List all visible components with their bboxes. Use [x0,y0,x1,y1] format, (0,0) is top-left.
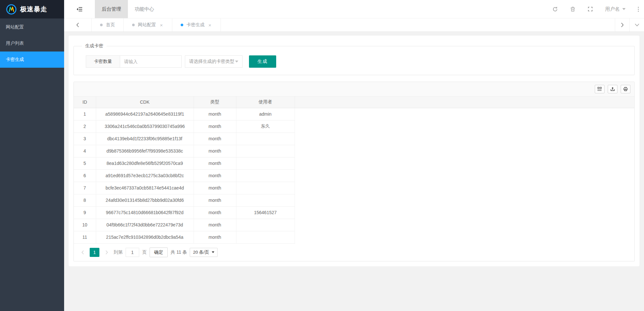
tabs-scroll-right-button[interactable] [615,18,629,31]
columns-filter-icon[interactable] [595,85,604,93]
pagination: 1 到第 页 确定 共 11 条 20 条/页 [74,244,634,261]
tab-status-dot [100,24,103,26]
table-row[interactable]: 2 3306a241c546c0a0b53799030745a996 month… [74,120,634,132]
cdk-type-select[interactable]: 请选择生成的卡密类型 [185,55,243,68]
table-row[interactable]: 4 d9b875366b9956fef7f99398e535338c month [74,145,634,157]
cell-user: 156461527 [236,206,295,219]
generate-button[interactable]: 生成 [249,55,276,68]
cell-cdk: 24afd30e013145b8d27bbb9d02a30fd6 [96,194,194,206]
page-unit-label: 页 [142,249,147,255]
tab-cdk-generate[interactable]: 卡密生成 × [172,18,221,31]
app-title: 极速暴走 [20,5,47,14]
cell-cdk: 96677c75c14810d66681b0642f87f92d [96,206,194,219]
username-label: 用户名 [605,6,620,12]
topbar-actions: 用户名 [552,0,644,18]
cell-id: 2 [74,120,96,132]
cell-filler [295,219,634,231]
table-row[interactable]: 11 215ac7e2ffc910342896d0b2dbc9a54a mont… [74,231,634,243]
tab-home[interactable]: 首页 [92,18,124,31]
cell-id: 1 [74,108,96,120]
cell-filler [295,194,634,206]
top-bar: 后台管理 功能中心 [64,0,644,18]
refresh-icon[interactable] [552,6,558,12]
cell-cdk: 8ea1d63c280dfe8e56fb529f20570ca9 [96,157,194,169]
tab-label: 网站配置 [138,22,156,28]
sidebar-item-label: 网站配置 [6,24,24,30]
cell-id: 11 [74,231,96,243]
table-row[interactable]: 10 04f9b66c1f72f43d0bb6e7222479e73d mont… [74,219,634,231]
cdk-table-view: ID CDK 类型 使用者 1 a58986944c642197a2640645… [73,82,635,261]
fullscreen-icon[interactable] [588,6,593,12]
trash-icon[interactable] [570,6,575,12]
sidebar-item-label: 用户列表 [6,40,24,46]
table-row[interactable]: 5 8ea1d63c280dfe8e56fb529f20570ca9 month [74,157,634,169]
cell-type: month [194,145,236,157]
cell-filler [295,120,634,132]
export-icon[interactable] [608,85,617,93]
prev-page-button[interactable] [78,248,87,257]
cell-type: month [194,120,236,132]
sidebar-item-cdk-generate[interactable]: 卡密生成 [0,52,64,68]
goto-page-input[interactable] [126,248,139,257]
tabs-menu-dropdown-button[interactable] [629,18,644,31]
logo: 极速暴走 [0,0,64,18]
table-toolbar [74,82,634,97]
cell-id: 3 [74,132,96,145]
nav-tab-function-center[interactable]: 功能中心 [128,0,161,18]
cell-type: month [194,231,236,243]
tabs-scroll-left-button[interactable] [64,18,92,31]
table-row[interactable]: 1 a58986944c642197a2640645e83119f1 month… [74,108,634,120]
fieldset-legend: 生成卡密 [82,43,107,49]
cell-cdk: dbc4139eb4d1f2233f06c95885e1f13f [96,132,194,145]
cell-filler [295,169,634,182]
tab-site-config[interactable]: 网站配置 × [124,18,172,31]
page-number-button[interactable]: 1 [90,248,99,257]
total-count-label: 共 11 条 [171,249,187,255]
sidebar-item-user-list[interactable]: 用户列表 [0,35,64,52]
quantity-label: 卡密数量 [86,55,120,68]
table-row[interactable]: 9 96677c75c14810d66681b0642f87f92d month… [74,206,634,219]
cell-user [236,145,295,157]
close-icon[interactable]: × [208,22,212,28]
goto-confirm-button[interactable]: 确定 [150,248,168,257]
sidebar-fold-button[interactable] [64,0,95,18]
close-icon[interactable]: × [159,22,164,28]
cell-cdk: a91ed691d57e3ecb1275c3a03cb8bf2c [96,169,194,182]
cell-user [236,194,295,206]
goto-label: 到第 [114,249,123,255]
cell-type: month [194,157,236,169]
cell-filler [295,182,634,194]
nav-tab-admin[interactable]: 后台管理 [95,0,128,18]
table-row[interactable]: 8 24afd30e013145b8d27bbb9d02a30fd6 month [74,194,634,206]
nav-tab-label: 后台管理 [102,6,121,12]
cell-id: 10 [74,219,96,231]
user-menu[interactable]: 用户名 [605,6,626,12]
cell-user [236,169,295,182]
tab-label: 卡密生成 [186,22,205,28]
cdk-table: ID CDK 类型 使用者 1 a58986944c642197a2640645… [74,97,634,244]
next-page-button[interactable] [102,248,111,257]
cell-filler [295,108,634,120]
page-tabs-bar: 首页 网站配置 × 卡密生成 × [64,18,644,32]
more-vertical-icon[interactable] [638,7,639,12]
cell-filler [295,145,634,157]
cell-cdk: 215ac7e2ffc910342896d0b2dbc9a54a [96,231,194,243]
page-size-select[interactable]: 20 条/页 [190,248,218,257]
table-row[interactable]: 3 dbc4139eb4d1f2233f06c95885e1f13f month [74,132,634,145]
chevron-down-icon [622,8,626,10]
column-header-filler [295,97,634,108]
cell-cdk: 04f9b66c1f72f43d0bb6e7222479e73d [96,219,194,231]
print-icon[interactable] [621,85,630,93]
cell-user [236,219,295,231]
content-card: 生成卡密 卡密数量 请选择生成的卡密类型 生成 [69,36,639,266]
tab-label: 首页 [106,22,115,28]
tab-status-dot [181,24,183,26]
column-header-user: 使用者 [236,97,295,108]
quantity-input[interactable] [120,55,182,68]
table-header: ID CDK 类型 使用者 [74,97,634,108]
cell-cdk: a58986944c642197a2640645e83119f1 [96,108,194,120]
table-row[interactable]: 7 bcfe3ec467337a0cb58174e5441cae4d month [74,182,634,194]
table-row[interactable]: 6 a91ed691d57e3ecb1275c3a03cb8bf2c month [74,169,634,182]
sidebar-item-site-config[interactable]: 网站配置 [0,19,64,35]
cell-id: 8 [74,194,96,206]
